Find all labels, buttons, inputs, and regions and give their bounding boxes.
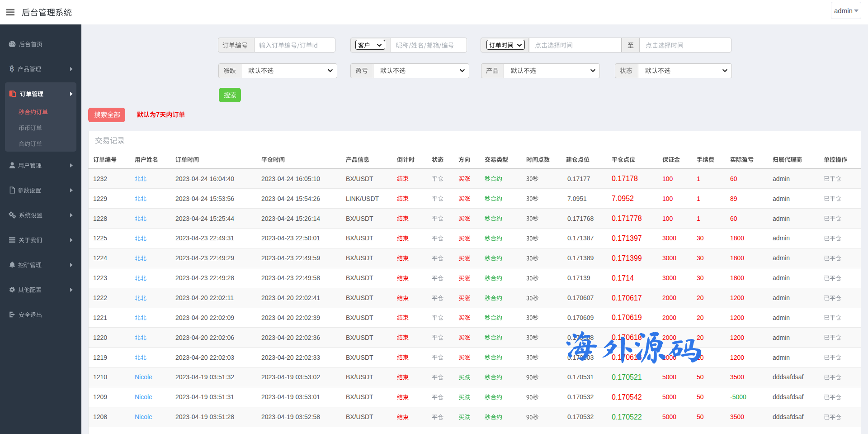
svg-text:B: B <box>9 65 14 72</box>
